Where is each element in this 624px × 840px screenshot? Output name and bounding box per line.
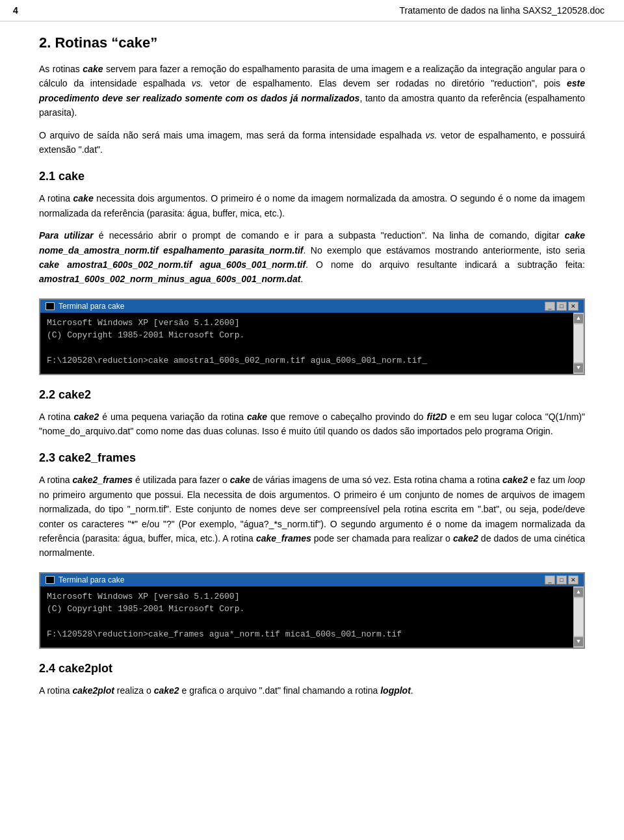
cake-bold1: cake: [83, 64, 103, 74]
cake2-bold2: cake2: [502, 475, 528, 485]
section2-2-para1: A rotina cake2 é uma pequena variação da…: [39, 410, 585, 439]
terminal-title-left-1: Terminal para cake: [46, 302, 124, 311]
section2-para1: As rotinas cake servem para fazer a remo…: [39, 62, 585, 120]
proc-bold: este procedimento deve ser realizado som…: [39, 78, 585, 103]
terminal-line3-1: [47, 342, 567, 355]
cake-bold2: cake: [73, 193, 94, 203]
terminal-controls-2: _ □ ✕: [545, 575, 578, 584]
section-2-2-heading: 2.2 cake2: [39, 388, 585, 402]
terminal-restore-2[interactable]: □: [556, 575, 567, 584]
cake-bold4: cake: [230, 475, 250, 485]
terminal-minimize-2[interactable]: _: [545, 575, 555, 584]
page-number: 4: [13, 5, 18, 16]
document-title: Tratamento de dados na linha SAXS2_12052…: [400, 5, 605, 16]
fit2d-bold: fit2D: [427, 412, 447, 422]
section-2-1-heading: 2.1 cake: [39, 170, 585, 183]
terminal-line1-2: Microsoft Windows XP [versão 5.1.2600]: [47, 590, 567, 603]
scroll-track-2: [574, 598, 583, 636]
scroll-track-1: [574, 324, 583, 362]
terminal-title-left-2: Terminal para cake: [46, 575, 124, 584]
section-2-4-heading: 2.4 cake2plot: [39, 662, 585, 676]
terminal-line4-2: F:\120528\reduction>cake_frames agua*_no…: [47, 628, 567, 641]
terminal-cake2: Terminal para cake _ □ ✕ Microsoft Windo…: [39, 572, 585, 649]
vs-italic2: vs.: [425, 130, 437, 140]
result-filename-bold: amostra1_600s_002_norm_minus_agua_600s_0…: [39, 274, 300, 284]
logplot-bold: logplot: [380, 685, 411, 696]
terminal-titlebar-2: Terminal para cake _ □ ✕: [40, 573, 584, 586]
terminal-body-wrapper-1: Microsoft Windows XP [versão 5.1.2600] (…: [40, 313, 584, 374]
terminal-body-wrapper-2: Microsoft Windows XP [versão 5.1.2600] (…: [40, 586, 584, 648]
loop-italic: loop: [568, 475, 585, 485]
terminal-close-1[interactable]: ✕: [568, 302, 578, 311]
section2-3-para1: A rotina cake2_frames é utilizada para f…: [39, 473, 585, 560]
terminal-line3-2: [47, 616, 567, 629]
terminal-title-text-1: Terminal para cake: [58, 302, 124, 311]
section2-4-para1: A rotina cake2plot realiza o cake2 e gra…: [39, 683, 585, 698]
scroll-up-2[interactable]: ▲: [574, 588, 583, 597]
terminal-body-2: Microsoft Windows XP [versão 5.1.2600] (…: [40, 586, 573, 648]
terminal-minimize-1[interactable]: _: [545, 302, 555, 311]
cake-bold3: cake: [247, 412, 267, 422]
terminal-line2-2: (C) Copyright 1985-2001 Microsoft Corp.: [47, 603, 567, 616]
cake2plot-bold1: cake2plot: [72, 685, 114, 696]
cake2frames-bold1: cake2_frames: [72, 475, 133, 485]
terminal-scrollbar-1[interactable]: ▲ ▼: [573, 313, 584, 374]
terminal-line2-1: (C) Copyright 1985-2001 Microsoft Corp.: [47, 329, 567, 342]
terminal-title-text-2: Terminal para cake: [58, 575, 124, 584]
terminal-controls-1: _ □ ✕: [545, 302, 578, 311]
cake2-bold3: cake2: [453, 533, 478, 544]
cake-example-bold: cake amostra1_600s_002_norm.tif agua_600…: [39, 259, 306, 270]
section-2-heading: 2. Rotinas “cake”: [39, 34, 585, 51]
terminal-line4-1: F:\120528\reduction>cake amostra1_600s_0…: [47, 354, 567, 367]
cakeframes-bold: cake_frames: [256, 533, 311, 544]
vs-italic1: vs.: [192, 78, 203, 88]
terminal-restore-1[interactable]: □: [556, 302, 567, 311]
section2-1-para1: A rotina cake necessita dois argumentos.…: [39, 191, 585, 220]
para-utilizar-bold: Para utilizar: [39, 230, 94, 241]
terminal-icon-2: [46, 576, 55, 584]
terminal-scrollbar-2[interactable]: ▲ ▼: [573, 586, 584, 648]
cake2-bold4: cake2: [154, 685, 179, 696]
section2-1-para2: Para utilizar é necessário abrir o promp…: [39, 228, 585, 287]
cake-cmd-bold: cake nome_da_amostra_norm.tif espalhamen…: [39, 230, 585, 255]
terminal-body-1: Microsoft Windows XP [versão 5.1.2600] (…: [40, 313, 573, 374]
section-2-3-heading: 2.3 cake2_frames: [39, 451, 585, 465]
header: 4 Tratamento de dados na linha SAXS2_120…: [0, 0, 624, 21]
terminal-close-2[interactable]: ✕: [568, 575, 578, 584]
terminal-icon-1: [46, 302, 55, 310]
cake2-bold1: cake2: [73, 412, 99, 422]
section2-para2: O arquivo de saída não será mais uma ima…: [39, 128, 585, 157]
scroll-down-2[interactable]: ▼: [574, 637, 583, 646]
terminal-cake1: Terminal para cake _ □ ✕ Microsoft Windo…: [39, 298, 585, 375]
scroll-up-1[interactable]: ▲: [574, 314, 583, 323]
scroll-down-1[interactable]: ▼: [574, 363, 583, 373]
terminal-titlebar-1: Terminal para cake _ □ ✕: [40, 300, 584, 313]
terminal-line1-1: Microsoft Windows XP [versão 5.1.2600]: [47, 317, 567, 330]
main-content: 2. Rotinas “cake” As rotinas cake servem…: [0, 34, 624, 731]
